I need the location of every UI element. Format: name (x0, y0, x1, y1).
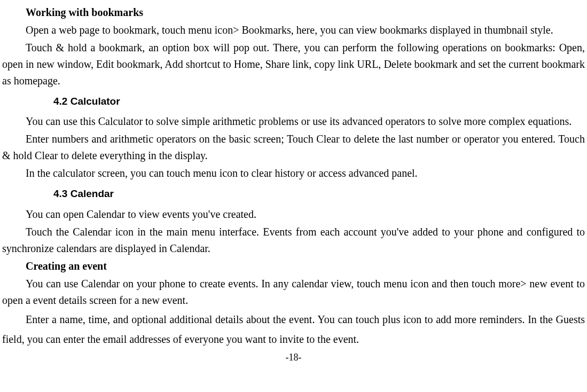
calendar-paragraph-2: Touch the Calendar icon in the main menu… (2, 224, 585, 257)
bookmarks-paragraph-1: Open a web page to bookmark, touch menu … (2, 22, 585, 38)
section-4-2-heading: 4.2 Calculator (53, 93, 585, 109)
creating-event-subheading: Creating an event (2, 258, 585, 275)
calendar-paragraph-1: You can open Calendar to view events you… (2, 206, 585, 223)
calculator-paragraph-3: In the calculator screen, you can touch … (2, 165, 585, 182)
calculator-paragraph-2: Enter numbers and arithmetic operators o… (2, 131, 585, 164)
calculator-paragraph-1: You can use this Calculator to solve sim… (2, 113, 585, 130)
document-page: Working with bookmarks Open a web page t… (0, 4, 587, 365)
calendar-paragraph-3: You can use Calendar on your phone to cr… (2, 276, 585, 309)
bookmarks-heading: Working with bookmarks (2, 4, 585, 21)
calendar-paragraph-4: Enter a name, time, and optional additio… (2, 310, 585, 349)
bookmarks-paragraph-2: Touch & hold a bookmark, an option box w… (2, 40, 585, 89)
section-4-3-heading: 4.3 Calendar (53, 186, 585, 201)
page-number: -18- (2, 350, 585, 365)
